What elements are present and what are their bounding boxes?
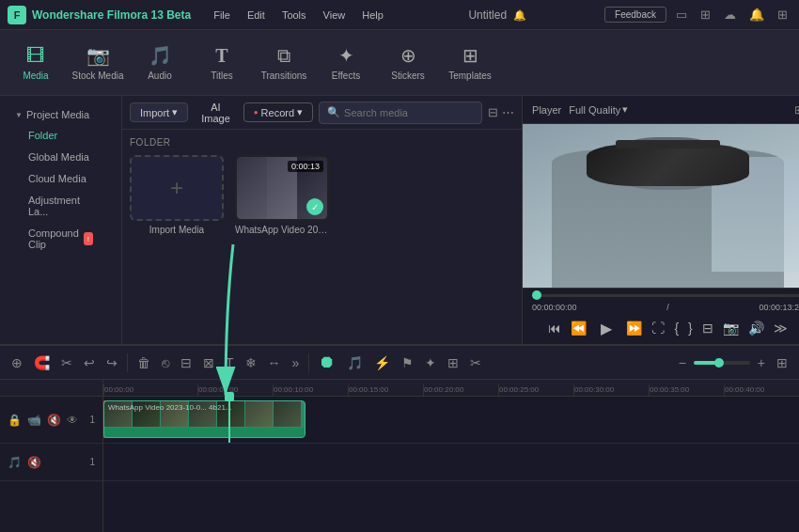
time-slider[interactable] — [532, 294, 799, 297]
toolbar-titles[interactable]: T Titles — [192, 35, 252, 91]
audio-track-row — [103, 444, 799, 481]
ai-image-button[interactable]: AI Image — [194, 99, 238, 127]
redo-icon[interactable]: ↪ — [102, 352, 121, 373]
sidebar-item-cloud-media[interactable]: Cloud Media — [13, 168, 108, 189]
video-track-icon[interactable]: 📹 — [27, 414, 41, 427]
delete-icon[interactable]: 🗑 — [133, 352, 154, 373]
magnet-icon[interactable]: 🧲 — [30, 352, 54, 373]
audio-track-label: 🎵 🔇 1 — [0, 444, 102, 481]
skip-back-icon[interactable]: ⏮ — [546, 319, 563, 337]
volume-icon[interactable]: 🔊 — [746, 319, 766, 337]
sidebar-project-media-section: ▼ Project Media Folder Global Media Clou… — [0, 102, 121, 259]
more-tl-icon[interactable]: » — [289, 352, 304, 373]
more-player-icon[interactable]: ≫ — [772, 319, 790, 337]
quality-selector[interactable]: Full Quality ▾ — [569, 103, 628, 116]
snapshot-icon[interactable]: 📷 — [721, 319, 741, 337]
sidebar-item-compound-clip[interactable]: Compound Clip ! — [13, 223, 108, 255]
sidebar-item-adjustment-layer[interactable]: Adjustment La... — [13, 190, 108, 222]
playhead[interactable] — [228, 397, 230, 443]
search-box: 🔍 — [319, 102, 482, 124]
mark-out-icon[interactable]: } — [686, 319, 695, 337]
settings-icon[interactable]: ⊟ — [700, 319, 715, 337]
tl-cut-icon[interactable]: ✂ — [466, 352, 485, 373]
sidebar-item-folder[interactable]: Folder — [13, 125, 108, 146]
ruler-mark-0: 00:00:00 — [103, 384, 197, 396]
zoom-out-icon[interactable]: − — [675, 352, 690, 373]
eye-icon[interactable]: 👁 — [67, 414, 78, 427]
templates-icon: ⊞ — [462, 44, 478, 67]
detach-icon[interactable]: ⎋ — [158, 352, 173, 373]
crop-icon[interactable]: ⊟ — [177, 352, 196, 373]
tl-layout-icon[interactable]: ⊞ — [773, 352, 791, 373]
toolbar-media[interactable]: 🎞 Media — [6, 35, 66, 91]
toolbar-stock-media[interactable]: 📷 Stock Media — [68, 35, 128, 91]
menu-edit[interactable]: Edit — [240, 7, 273, 23]
video-thumb[interactable]: 0:00:13 ✓ — [235, 155, 329, 221]
menu-view[interactable]: View — [316, 7, 353, 23]
toolbar-stock-label: Stock Media — [71, 70, 123, 81]
video-frame-1 — [237, 157, 267, 219]
search-input[interactable] — [344, 107, 474, 118]
zoom-in-icon[interactable]: + — [754, 352, 769, 373]
mark-in-icon[interactable]: { — [672, 319, 681, 337]
import-media-item[interactable]: + Import Media — [130, 155, 224, 235]
audio-lock-icon[interactable]: 🎵 — [8, 456, 22, 469]
undo-icon[interactable]: ↩ — [80, 352, 99, 373]
stock-media-icon: 📷 — [86, 44, 110, 67]
toolbar-templates[interactable]: ⊞ Templates — [440, 35, 500, 91]
clip-frame-6 — [245, 401, 274, 427]
tl-marker-icon[interactable]: ⚑ — [398, 352, 417, 373]
toolbar-effects[interactable]: ✦ Effects — [316, 35, 376, 91]
title-bar: F Wondershare Filmora 13 Beta File Edit … — [0, 0, 799, 30]
split-icon[interactable]: ⊠ — [199, 352, 218, 373]
cloud-icon[interactable]: ☁ — [720, 6, 740, 23]
monitor-icon[interactable]: ▭ — [672, 6, 691, 23]
zoom-slider[interactable] — [694, 361, 750, 365]
audio-mute-icon[interactable]: 🔇 — [27, 456, 41, 469]
content-area: ▼ Project Media Folder Global Media Clou… — [0, 96, 799, 344]
filter-icon[interactable]: ⊟ — [488, 105, 498, 119]
app-logo: F Wondershare Filmora 13 Beta — [8, 6, 191, 24]
more-options-icon[interactable]: ⋯ — [502, 105, 514, 119]
menu-tools[interactable]: Tools — [274, 7, 314, 23]
text-icon[interactable]: T — [222, 352, 238, 373]
layout-icon[interactable]: ⊞ — [697, 6, 714, 23]
frame-forward-icon[interactable]: ⏩ — [624, 319, 644, 337]
timeline-record-icon[interactable]: ⏺ — [315, 350, 339, 375]
media-toolbar: Import ▾ AI Image ● Record ▾ 🔍 ⊟ ⋯ — [122, 96, 522, 130]
lock-icon[interactable]: 🔒 — [8, 414, 22, 427]
play-button[interactable]: ▶ — [594, 316, 619, 340]
grid-icon[interactable]: ⊞ — [774, 6, 791, 23]
fullscreen-icon[interactable]: ⛶ — [650, 319, 666, 337]
record-button[interactable]: ● Record ▾ — [243, 102, 313, 122]
freeze-icon[interactable]: ❄ — [242, 352, 260, 373]
vr-headset — [587, 144, 749, 186]
import-thumb[interactable]: + — [130, 155, 224, 221]
time-labels: 00:00:00:00 / 00:00:13:20 — [532, 303, 799, 312]
tl-speed-icon[interactable]: ⚡ — [370, 352, 394, 373]
frame-back-icon[interactable]: ⏪ — [569, 319, 588, 337]
tl-ai-icon[interactable]: ✦ — [421, 352, 440, 373]
add-track-icon[interactable]: ⊕ — [8, 352, 26, 373]
reverse-icon[interactable]: ↔ — [264, 352, 285, 373]
sidebar-item-global-media[interactable]: Global Media — [13, 147, 108, 167]
mute-icon[interactable]: 🔇 — [47, 414, 61, 427]
video-clip[interactable]: WhatsApp Video 2023-10-0... 4b21... — [103, 400, 306, 438]
toolbar-transitions[interactable]: ⧉ Transitions — [254, 35, 314, 91]
player-expand-icon[interactable]: ⊞ — [794, 103, 799, 117]
sidebar-project-media-header[interactable]: ▼ Project Media — [9, 105, 112, 124]
notification-icon[interactable]: 🔔 — [745, 6, 768, 23]
sidebar-cloud-label: Cloud Media — [28, 173, 86, 184]
toolbar-audio[interactable]: 🎵 Audio — [130, 35, 190, 91]
tl-keyframe-icon[interactable]: ⊞ — [444, 352, 462, 373]
menu-help[interactable]: Help — [354, 7, 391, 23]
scissors-icon[interactable]: ✂ — [57, 352, 76, 373]
import-button[interactable]: Import ▾ — [130, 102, 188, 122]
menu-file[interactable]: File — [206, 7, 238, 23]
toolbar-stickers[interactable]: ⊕ Stickers — [378, 35, 438, 91]
toolbar-effects-label: Effects — [332, 70, 360, 81]
tl-audio-icon[interactable]: 🎵 — [343, 352, 367, 373]
feedback-button[interactable]: Feedback — [604, 7, 666, 23]
video-media-item[interactable]: 0:00:13 ✓ WhatsApp Video 2023-10-05-... — [235, 155, 329, 235]
playhead-top — [225, 392, 234, 401]
